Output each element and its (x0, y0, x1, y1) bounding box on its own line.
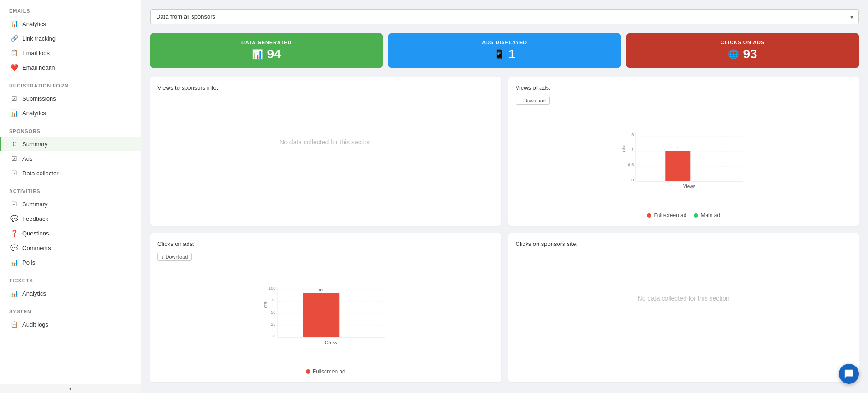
svg-text:0: 0 (273, 334, 275, 338)
legend-fullscreen-ad-views: Fullscreen ad (647, 212, 686, 219)
legend-label-fullscreen-views: Fullscreen ad (654, 212, 686, 219)
bar-fullscreen-ad-clicks (303, 293, 339, 337)
sidebar-label-summary-sponsors: Summary (22, 141, 48, 148)
sidebar-scroll[interactable]: EMAILS📊Analytics🔗Link tracking📋Email log… (0, 0, 141, 393)
chat-icon (844, 369, 854, 379)
download-views-btn[interactable]: ↓ Download (516, 97, 550, 105)
legend-label-clicks-fullscreen: Fullscreen ad (313, 368, 345, 375)
sidebar-label-analytics-reg: Analytics (22, 110, 46, 117)
sidebar: EMAILS📊Analytics🔗Link tracking📋Email log… (0, 0, 141, 393)
sidebar-label-audit-logs: Audit logs (22, 321, 48, 328)
chart-title-views-ads: Views of ads: (516, 84, 852, 91)
views-legend: Fullscreen ad Main ad (516, 212, 852, 219)
sidebar-label-feedback: Feedback (22, 215, 48, 222)
sidebar-icon-summary-activities: ☑ (10, 200, 18, 208)
sidebar-label-questions: Questions (22, 230, 49, 237)
stat-icon-data-generated: 📊 (252, 49, 263, 60)
chart-clicks-on-ads: Clicks on ads: ↓ Download Total 0 25 50 … (150, 233, 501, 382)
svg-text:1: 1 (676, 146, 679, 150)
svg-text:75: 75 (271, 298, 275, 302)
sidebar-section-sponsors: SPONSORS (0, 120, 141, 137)
sidebar-item-email-logs[interactable]: 📋Email logs (0, 46, 141, 60)
sidebar-section-activities: ACTIVITIES (0, 180, 141, 197)
sidebar-icon-questions: ❓ (10, 230, 18, 237)
sidebar-item-summary-activities[interactable]: ☑Summary (0, 197, 141, 211)
svg-text:1.5: 1.5 (628, 133, 634, 137)
svg-text:100: 100 (269, 286, 275, 291)
stat-card-ads-displayed: ADS DISPLAYED📱1 (388, 33, 621, 68)
stat-card-clicks-on-ads: CLICKS ON ADS🌐93 (626, 33, 859, 68)
sidebar-section-tickets: TICKETS (0, 270, 141, 286)
sidebar-section-emails: EMAILS (0, 0, 141, 16)
sidebar-label-analytics-tickets: Analytics (22, 290, 46, 297)
stat-icon-ads-displayed: 📱 (493, 49, 505, 60)
sidebar-icon-analytics-reg: 📊 (10, 109, 18, 117)
sidebar-icon-data-collector: ☑ (10, 169, 18, 177)
sidebar-label-analytics-email: Analytics (22, 20, 46, 27)
sidebar-icon-analytics-tickets: 📊 (10, 290, 18, 297)
clicks-svg: Total 0 25 50 75 100 (157, 265, 494, 347)
stat-value-clicks-on-ads: 🌐93 (635, 47, 850, 61)
sidebar-icon-audit-logs: 📋 (10, 321, 18, 328)
sidebar-icon-analytics-email: 📊 (10, 20, 18, 27)
sidebar-item-analytics-email[interactable]: 📊Analytics (0, 16, 141, 31)
svg-text:0: 0 (631, 178, 634, 182)
sidebar-label-ads: Ads (22, 155, 32, 162)
sidebar-item-analytics-reg[interactable]: 📊Analytics (0, 106, 141, 120)
chart-title-clicks-sponsors: Clicks on sponsors site: (516, 240, 852, 247)
chart-clicks-sponsors-site: Clicks on sponsors site: No data collect… (508, 233, 859, 382)
stat-value-data-generated: 📊94 (159, 47, 374, 61)
top-bar: Data from all sponsors (150, 9, 859, 24)
sidebar-item-feedback[interactable]: 💬Feedback (0, 211, 141, 226)
svg-text:Total: Total (621, 144, 626, 154)
legend-label-main-views: Main ad (700, 212, 720, 219)
views-bar-chart: Total 0 0.5 1 1.5 1 (516, 108, 852, 209)
svg-text:25: 25 (271, 322, 275, 327)
sidebar-item-email-health[interactable]: ❤️Email health (0, 60, 141, 75)
sidebar-item-data-collector[interactable]: ☑Data collector (0, 166, 141, 180)
main-content: Data from all sponsors DATA GENERATED📊94… (141, 0, 868, 393)
sponsor-select[interactable]: Data from all sponsors (150, 9, 859, 24)
sidebar-item-link-tracking[interactable]: 🔗Link tracking (0, 31, 141, 46)
chart-views-to-sponsors: Views to sponsors info: No data collecte… (150, 77, 501, 226)
sidebar-item-questions[interactable]: ❓Questions (0, 226, 141, 240)
sidebar-icon-summary-sponsors: € (10, 140, 18, 148)
stat-label-data-generated: DATA GENERATED (159, 40, 374, 45)
stats-row: DATA GENERATED📊94ADS DISPLAYED📱1CLICKS O… (150, 33, 859, 68)
sidebar-item-ads[interactable]: ☑Ads (0, 151, 141, 166)
download-clicks-btn[interactable]: ↓ Download (157, 253, 192, 261)
sidebar-item-comments[interactable]: 💬Comments (0, 240, 141, 255)
stat-value-ads-displayed: 📱1 (397, 47, 612, 61)
sidebar-icon-feedback: 💬 (10, 215, 18, 222)
chart-views-of-ads: Views of ads: ↓ Download Total 0 0.5 1 1… (508, 77, 859, 226)
sidebar-item-audit-logs[interactable]: 📋Audit logs (0, 317, 141, 332)
no-data-views-sponsors: No data collected for this section (157, 97, 494, 188)
svg-text:0.5: 0.5 (628, 163, 634, 167)
sidebar-label-submissions: Submissions (22, 95, 56, 102)
sponsor-select-wrap: Data from all sponsors (150, 9, 859, 24)
sidebar-item-analytics-tickets[interactable]: 📊Analytics (0, 286, 141, 301)
stat-label-clicks-on-ads: CLICKS ON ADS (635, 40, 850, 45)
clicks-bar-chart: Total 0 25 50 75 100 (157, 265, 494, 365)
sidebar-icon-email-health: ❤️ (10, 64, 18, 71)
sidebar-item-polls[interactable]: 📊Polls (0, 255, 141, 270)
sidebar-item-submissions[interactable]: ☑Submissions (0, 91, 141, 106)
legend-fullscreen-ad-clicks: Fullscreen ad (306, 368, 345, 375)
svg-text:Views: Views (683, 184, 695, 189)
stat-label-ads-displayed: ADS DISPLAYED (397, 40, 612, 45)
svg-text:93: 93 (319, 288, 323, 292)
sidebar-icon-comments: 💬 (10, 244, 18, 251)
sidebar-icon-submissions: ☑ (10, 95, 18, 102)
views-svg: Total 0 0.5 1 1.5 1 (516, 108, 852, 190)
sidebar-section-registration-form: REGISTRATION FORM (0, 75, 141, 91)
stat-card-data-generated: DATA GENERATED📊94 (150, 33, 383, 68)
stat-number-data-generated: 94 (267, 47, 281, 61)
svg-text:Total: Total (263, 301, 268, 310)
sidebar-icon-link-tracking: 🔗 (10, 35, 18, 42)
sidebar-label-email-health: Email health (22, 64, 55, 71)
sidebar-item-summary-sponsors[interactable]: €Summary (0, 137, 141, 151)
chat-button[interactable] (839, 364, 859, 384)
no-data-clicks-sponsors: No data collected for this section (516, 253, 852, 344)
scroll-down-button[interactable]: ▼ (0, 384, 141, 393)
svg-text:50: 50 (271, 310, 275, 315)
